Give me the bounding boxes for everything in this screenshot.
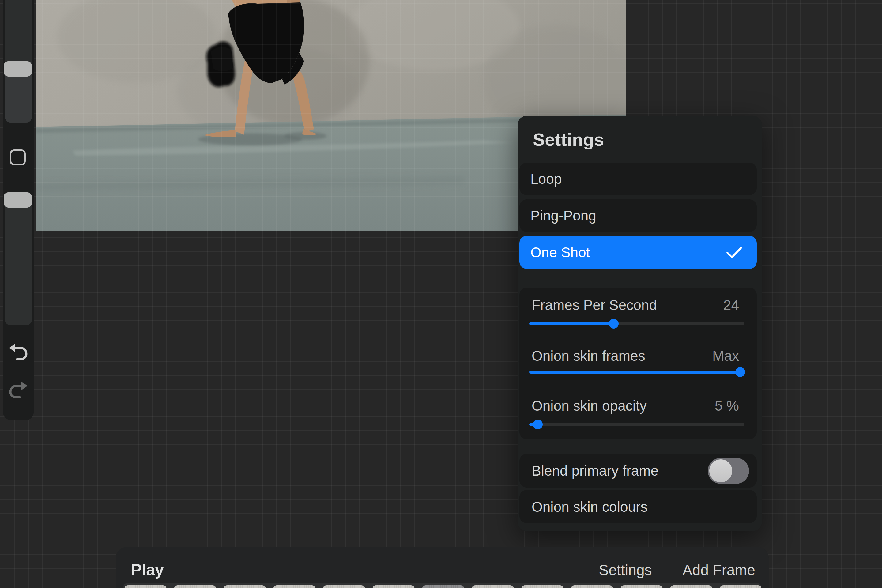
blend-primary-frame-label: Blend primary frame	[532, 462, 658, 479]
frame-thumbnail[interactable]	[422, 585, 464, 588]
pingpong-label: Ping-Pong	[530, 207, 596, 224]
onion-frames-label: Onion skin frames	[532, 348, 645, 364]
toggle-knob	[709, 459, 732, 482]
settings-panel: Settings Loop Ping-Pong One Shot Frames …	[518, 116, 762, 531]
onion-frames-slider-fill	[529, 370, 740, 374]
playback-option-pingpong[interactable]: Ping-Pong	[519, 200, 757, 232]
brush-size-slider-handle[interactable]	[4, 61, 32, 76]
frame-thumbnail[interactable]	[372, 585, 415, 588]
timeline-settings-button[interactable]: Settings	[599, 562, 652, 579]
frame-strip	[123, 583, 761, 588]
frame-thumbnail[interactable]	[273, 585, 315, 588]
tool-sidebar	[3, 0, 34, 420]
loop-label: Loop	[530, 171, 562, 187]
frame-thumbnail[interactable]	[670, 585, 712, 588]
onion-opacity-slider[interactable]	[529, 423, 744, 426]
undo-icon[interactable]	[8, 343, 29, 360]
fps-value: 24	[723, 297, 739, 313]
settings-panel-title: Settings	[533, 129, 604, 150]
onion-frames-slider[interactable]	[529, 370, 744, 374]
onion-skin-colours-label: Onion skin colours	[532, 499, 647, 515]
frame-thumbnail[interactable]	[571, 585, 613, 588]
frame-thumbnail[interactable]	[521, 585, 564, 588]
play-button[interactable]: Play	[131, 560, 164, 579]
onion-frames-value: Max	[712, 348, 739, 364]
frame-thumbnail[interactable]	[224, 585, 266, 588]
timeline-actions: Settings Add Frame	[599, 562, 755, 579]
brush-size-slider-fill	[5, 69, 32, 123]
playback-option-oneshot[interactable]: One Shot	[519, 236, 757, 269]
frame-thumbnail[interactable]	[124, 585, 166, 588]
blend-primary-frame-toggle[interactable]	[708, 458, 749, 484]
onion-opacity-label: Onion skin opacity	[532, 398, 647, 414]
checkmark-icon	[726, 246, 742, 258]
fps-slider-thumb[interactable]	[609, 319, 619, 328]
redo-icon[interactable]	[8, 381, 29, 398]
frame-thumbnail[interactable]	[323, 585, 365, 588]
sliders-group: Frames Per Second 24 Onion skin frames M…	[519, 288, 757, 439]
frame-thumbnail[interactable]	[174, 585, 216, 588]
onion-opacity-slider-thumb[interactable]	[533, 420, 543, 429]
modify-button[interactable]	[10, 150, 26, 165]
onion-skin-colours-row[interactable]: Onion skin colours	[519, 490, 757, 523]
fps-label: Frames Per Second	[532, 297, 657, 313]
onion-frames-slider-thumb[interactable]	[735, 367, 745, 377]
add-frame-button[interactable]: Add Frame	[682, 562, 755, 579]
onion-opacity-value: 5 %	[715, 398, 739, 414]
blend-primary-frame-row: Blend primary frame	[519, 454, 757, 488]
frame-thumbnail[interactable]	[472, 585, 514, 588]
frame-thumbnail[interactable]	[720, 585, 761, 588]
fps-slider[interactable]	[529, 322, 744, 325]
fps-slider-fill	[529, 322, 614, 325]
opacity-slider-handle[interactable]	[4, 192, 32, 208]
playback-option-loop[interactable]: Loop	[519, 163, 757, 195]
frame-thumbnail[interactable]	[621, 585, 663, 588]
opacity-slider[interactable]	[5, 196, 32, 325]
timeline-bar: Play Settings Add Frame	[116, 547, 769, 588]
oneshot-label: One Shot	[530, 244, 590, 261]
